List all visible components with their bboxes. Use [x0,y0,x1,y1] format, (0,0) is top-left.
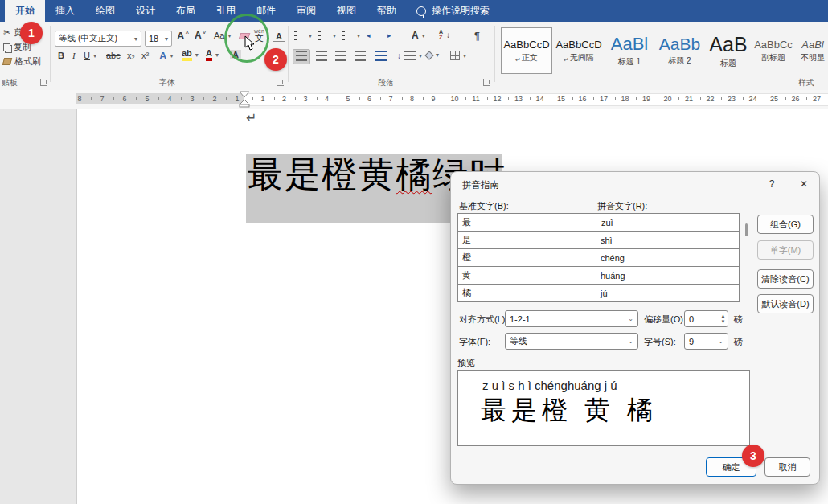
close-icon[interactable]: ✕ [797,177,811,191]
font-size-combo[interactable]: 18 ▾ [145,31,172,47]
ruler-tick [91,97,92,100]
underline-button[interactable]: U▾ [84,51,96,60]
text-highlight-button[interactable]: ab▾ [182,49,199,61]
paragraph-section-label: 段落 [378,77,394,88]
distribute-icon [375,51,387,63]
horizontal-ruler[interactable]: 8765432112345678910111213141516171819202… [0,90,828,109]
ruby-text-field[interactable]: chéng [596,249,740,267]
ruby-scrollbar[interactable] [745,223,748,236]
align-right-button[interactable] [332,49,350,64]
ruler-tick [700,97,701,100]
increase-indent-button[interactable]: ▸ [387,31,406,40]
subscript-button[interactable]: x₂ [127,51,135,60]
asian-layout-button[interactable]: A▾ [412,30,425,41]
ruby-size-select[interactable]: 9 ⌄ [684,333,728,350]
indent-markers[interactable] [238,90,251,108]
ruby-text-field[interactable]: zuì [596,214,740,232]
chevron-down-icon: ▾ [419,52,422,59]
base-text-field[interactable]: 橙 [458,249,596,267]
sort-button[interactable]: AZ↓ [439,29,450,40]
default-reading-button[interactable]: 默认读音(D) [757,294,814,313]
ruby-font-value: 等线 [510,335,527,347]
style-item-标题[interactable]: AaB标题 [704,27,752,74]
bold-button[interactable]: B [58,51,64,60]
font-name-combo[interactable]: 等线 (中文正文) ▾ [55,31,141,47]
shading-button[interactable]: ▾ [426,51,439,59]
align-center-icon [316,51,327,63]
font-dialog-launcher[interactable] [277,79,284,86]
tab-绘图[interactable]: 绘图 [85,0,125,22]
style-item-标题 1[interactable]: AaBl标题 1 [605,27,654,74]
offset-label: 偏移量(O): [644,313,686,326]
tell-me-search[interactable]: 操作说明搜索 [416,0,490,22]
help-icon[interactable]: ? [764,177,779,191]
ruby-text-field[interactable]: shì [596,232,740,249]
borders-button[interactable]: ▾ [450,51,466,60]
ruler-tick [721,97,722,100]
align-center-button[interactable] [313,49,330,64]
style-item-正文[interactable]: AaBbCcD↵正文 [501,27,552,74]
alignment-select[interactable]: 1-2-1 ⌄ [505,310,638,327]
tell-me-label: 操作说明搜索 [432,4,490,18]
font-color-button[interactable]: A▾ [206,49,219,61]
distribute-button[interactable] [371,49,391,64]
base-text-field[interactable]: 黄 [458,267,596,285]
ruler-tick [445,97,445,100]
ruler-tick [785,97,786,100]
justify-button[interactable] [351,49,369,64]
base-text-field[interactable]: 最 [458,214,596,232]
style-item-不明显[interactable]: AaBl不明显 [794,27,828,74]
format-painter-button[interactable]: 格式刷 [3,55,41,68]
style-label: ↵无间隔 [564,52,594,64]
offset-spinner[interactable]: ▲▼ [718,311,728,326]
base-text-label: 基准文字(B): [459,200,509,212]
style-preview: AaBbCcD [555,39,601,51]
tab-审阅[interactable]: 审阅 [286,0,326,22]
decrease-indent-button[interactable]: ◂ [367,31,385,40]
chevron-down-icon: ▾ [165,35,168,43]
offset-unit: 磅 [734,313,743,326]
base-text-field[interactable]: 橘 [458,285,596,302]
highlight-icon: ab [182,49,192,61]
line-spacing-button[interactable]: ↕▾ [397,51,422,60]
tab-label: 帮助 [377,4,396,18]
tab-帮助[interactable]: 帮助 [367,0,407,22]
text-run-spellcheck: 橘 [396,154,432,194]
ruler-number: 7 [388,95,392,103]
character-border-icon: A [273,31,285,42]
cancel-button[interactable]: 取消 [764,457,810,477]
strikethrough-button[interactable]: abc [106,51,121,60]
base-text-field[interactable]: 是 [458,232,596,249]
align-left-button[interactable] [293,49,310,64]
ruby-font-select[interactable]: 等线 ⌄ [505,333,638,350]
style-item-无间隔[interactable]: AaBbCcD↵无间隔 [554,27,604,74]
character-border-button[interactable]: A [273,31,285,42]
numbering-button[interactable]: ▾ [318,31,336,40]
style-item-副标题[interactable]: AaBbCc副标题 [753,27,793,74]
shrink-font-button[interactable]: A˅ [195,30,206,41]
bullets-button[interactable]: ▾ [294,31,312,40]
text-effects-button[interactable]: A▾ [159,50,173,62]
show-marks-button[interactable]: ¶ [474,30,480,42]
tab-布局[interactable]: 布局 [166,0,206,22]
paragraph-dialog-launcher[interactable] [483,79,490,86]
clear-reading-button[interactable]: 清除读音(C) [757,269,814,289]
grow-font-button[interactable]: A˄ [177,30,189,42]
preview-label: 预览 [457,357,475,369]
tab-视图[interactable]: 视图 [326,0,367,22]
superscript-button[interactable]: x² [141,51,149,60]
tab-开始[interactable]: 开始 [5,0,45,22]
font-color-icon: A [206,49,212,61]
combine-button[interactable]: 组合(G) [757,215,814,234]
style-item-标题 2[interactable]: AaBb标题 2 [656,27,703,74]
multilevel-list-button[interactable]: ▾ [342,31,360,40]
ruby-text-field[interactable]: jú [596,285,740,302]
italic-button[interactable]: I [72,51,76,60]
clipboard-dialog-launcher[interactable] [40,79,47,86]
ribbon-tab-bar: 开始插入绘图设计布局引用邮件审阅视图帮助 操作说明搜索 [0,0,828,22]
chevron-down-icon: ▾ [422,32,425,39]
tab-插入[interactable]: 插入 [45,0,85,22]
ruler-number: 3 [190,95,194,103]
tab-设计[interactable]: 设计 [125,0,166,22]
ruby-text-field[interactable]: huáng [596,267,740,285]
